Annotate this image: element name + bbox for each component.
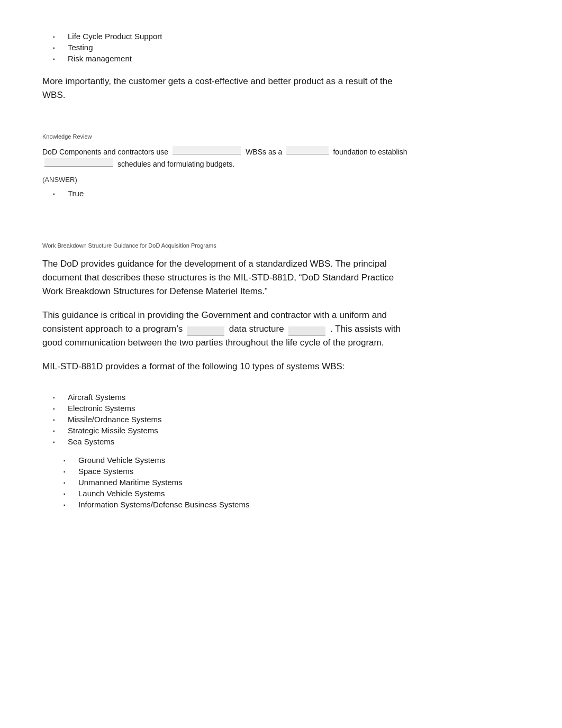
answer-bullet-label: True <box>68 189 84 198</box>
knowledge-review-section: Knowledge Review DoD Components and cont… <box>42 133 520 198</box>
top-bullet-list: ▪ Life Cycle Product Support ▪ Testing ▪… <box>53 32 520 63</box>
list-item: ▪ Life Cycle Product Support <box>53 32 520 41</box>
list-item: ▪ Electronic Systems <box>53 404 520 413</box>
blank-5[interactable] <box>288 326 325 336</box>
bullet-icon: ▪ <box>53 395 59 401</box>
fill-text-suffix: schedules and <box>117 160 165 168</box>
bullet-icon: ▪ <box>64 480 70 486</box>
list-item-label: Testing <box>68 43 93 52</box>
list-item: ▪ Aircraft Systems <box>53 393 520 402</box>
wbs-paragraph1: The DoD provides guidance for the develo… <box>42 257 402 299</box>
list-item: ▪ Risk management <box>53 54 520 63</box>
knowledge-review-label: Knowledge Review <box>42 133 520 140</box>
systems-list-group1: ▪ Aircraft Systems ▪ Electronic Systems … <box>53 393 520 446</box>
list-item: ▪ Unmanned Maritime Systems <box>64 478 520 487</box>
wbs-paragraph3: MIL-STD-881D provides a format of the fo… <box>42 360 402 374</box>
system-label: Unmanned Maritime Systems <box>78 478 183 487</box>
answer-label: (ANSWER) <box>42 176 520 184</box>
list-item: ▪ Missile/Ordnance Systems <box>53 415 520 424</box>
list-item-label: Life Cycle Product Support <box>68 32 162 41</box>
bullet-icon: ▪ <box>53 191 59 197</box>
fill-text-suffix2: formulating budgets. <box>167 160 234 168</box>
list-item-label: Risk management <box>68 54 132 63</box>
fill-blank-row: DoD Components and contractors use WBSs … <box>42 146 439 168</box>
system-label: Strategic Missile Systems <box>68 426 158 435</box>
list-item: ▪ Launch Vehicle Systems <box>64 489 520 498</box>
list-item: ▪ Ground Vehicle Systems <box>64 456 520 465</box>
bullet-icon: ▪ <box>53 428 59 434</box>
list-item: ▪ Strategic Missile Systems <box>53 426 520 435</box>
system-label: Space Systems <box>78 467 133 476</box>
wbs-paragraph2: This guidance is critical in providing t… <box>42 308 402 350</box>
list-item: ▪ True <box>53 189 520 198</box>
paragraph2-middle: data structure <box>229 324 284 334</box>
bullet-icon: ▪ <box>64 458 70 463</box>
list-item: ▪ Information Systems/Defense Business S… <box>64 500 520 509</box>
bullet-icon: ▪ <box>53 439 59 445</box>
fill-text-prefix: DoD Components and contractors use <box>42 148 168 156</box>
bullet-icon: ▪ <box>64 502 70 508</box>
answer-bullet-list: ▪ True <box>53 189 520 198</box>
system-label: Ground Vehicle Systems <box>78 456 165 465</box>
system-label: Launch Vehicle Systems <box>78 489 165 498</box>
system-label: Aircraft Systems <box>68 393 125 402</box>
blank-3[interactable] <box>44 158 113 167</box>
list-item: ▪ Space Systems <box>64 467 520 476</box>
fill-text-middle2: foundation to establish <box>333 148 407 156</box>
blank-2[interactable] <box>286 146 329 154</box>
system-label: Information Systems/Defense Business Sys… <box>78 500 249 509</box>
fill-text-middle1: WBSs as a <box>246 148 282 156</box>
bullet-icon: ▪ <box>64 469 70 475</box>
paragraph-more: More importantly, the customer gets a co… <box>42 75 402 103</box>
blank-1[interactable] <box>173 146 241 154</box>
systems-list-group2: ▪ Ground Vehicle Systems ▪ Space Systems… <box>64 456 520 509</box>
wbs-section-label: Work Breakdown Structure Guidance for Do… <box>42 242 520 249</box>
blank-4[interactable] <box>187 326 224 336</box>
bullet-icon: ▪ <box>53 417 59 423</box>
bullet-icon: ▪ <box>53 406 59 412</box>
system-label: Electronic Systems <box>68 404 135 413</box>
wbs-section: Work Breakdown Structure Guidance for Do… <box>42 242 520 509</box>
system-label: Missile/Ordnance Systems <box>68 415 162 424</box>
bullet-icon: ▪ <box>53 56 59 62</box>
list-item: ▪ Testing <box>53 43 520 52</box>
bullet-icon: ▪ <box>64 491 70 497</box>
bullet-icon: ▪ <box>53 45 59 51</box>
system-label: Sea Systems <box>68 437 114 446</box>
list-item: ▪ Sea Systems <box>53 437 520 446</box>
bullet-icon: ▪ <box>53 34 59 40</box>
